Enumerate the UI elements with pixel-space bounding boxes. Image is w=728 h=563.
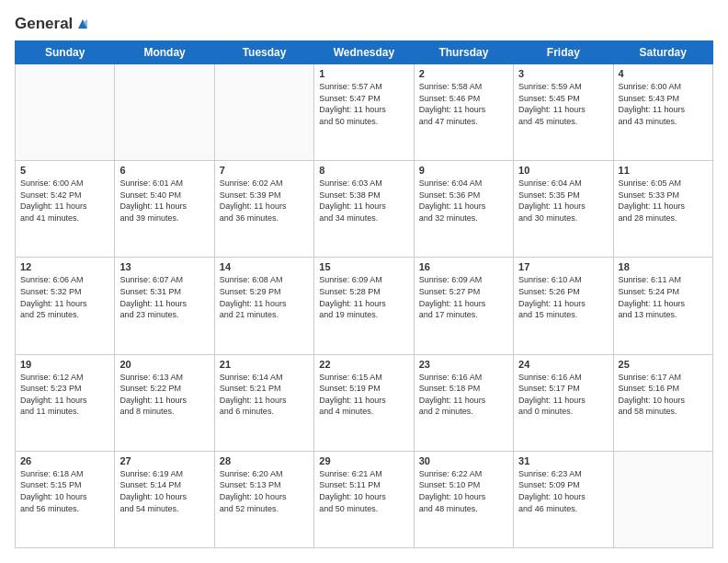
day-info: Sunrise: 6:21 AM Sunset: 5:11 PM Dayligh… [319,468,408,514]
calendar-cell [214,64,313,161]
calendar-table: SundayMondayTuesdayWednesdayThursdayFrid… [15,40,713,548]
weekday-monday: Monday [115,41,214,64]
week-row-1: 5Sunrise: 6:00 AM Sunset: 5:42 PM Daylig… [16,161,713,258]
day-info: Sunrise: 6:10 AM Sunset: 5:26 PM Dayligh… [518,274,608,320]
day-info: Sunrise: 6:00 AM Sunset: 5:42 PM Dayligh… [20,178,109,224]
weekday-header-row: SundayMondayTuesdayWednesdayThursdayFrid… [16,41,713,64]
calendar-cell: 9Sunrise: 6:04 AM Sunset: 5:36 PM Daylig… [414,161,513,258]
calendar-cell: 10Sunrise: 6:04 AM Sunset: 5:35 PM Dayli… [514,161,613,258]
day-number: 31 [518,455,608,466]
day-info: Sunrise: 6:14 AM Sunset: 5:21 PM Dayligh… [220,372,309,418]
calendar-cell: 2Sunrise: 5:58 AM Sunset: 5:46 PM Daylig… [414,64,513,161]
day-number: 11 [619,165,708,176]
header: General [15,15,713,31]
day-number: 29 [319,455,408,466]
weekday-sunday: Sunday [16,41,115,64]
day-info: Sunrise: 5:59 AM Sunset: 5:45 PM Dayligh… [518,81,608,127]
calendar-cell [613,451,712,547]
calendar-cell: 29Sunrise: 6:21 AM Sunset: 5:11 PM Dayli… [314,451,414,547]
day-info: Sunrise: 5:58 AM Sunset: 5:46 PM Dayligh… [419,81,508,127]
weekday-wednesday: Wednesday [314,41,414,64]
day-info: Sunrise: 6:02 AM Sunset: 5:39 PM Dayligh… [220,178,309,224]
day-info: Sunrise: 6:16 AM Sunset: 5:17 PM Dayligh… [518,372,608,418]
day-number: 2 [419,68,508,79]
day-number: 21 [220,359,309,370]
calendar-cell: 22Sunrise: 6:15 AM Sunset: 5:19 PM Dayli… [314,354,414,451]
day-number: 18 [619,261,708,272]
calendar-cell: 16Sunrise: 6:09 AM Sunset: 5:27 PM Dayli… [414,258,513,354]
week-row-3: 19Sunrise: 6:12 AM Sunset: 5:23 PM Dayli… [16,354,713,451]
day-number: 20 [119,359,209,370]
calendar-cell: 20Sunrise: 6:13 AM Sunset: 5:22 PM Dayli… [115,354,214,451]
day-number: 24 [518,359,608,370]
day-info: Sunrise: 6:20 AM Sunset: 5:13 PM Dayligh… [220,468,309,514]
day-number: 6 [119,165,209,176]
calendar-cell: 24Sunrise: 6:16 AM Sunset: 5:17 PM Dayli… [514,354,613,451]
day-number: 5 [20,165,109,176]
day-number: 17 [518,261,608,272]
day-info: Sunrise: 6:15 AM Sunset: 5:19 PM Dayligh… [319,372,408,418]
day-number: 16 [419,261,508,272]
day-number: 13 [119,261,209,272]
day-info: Sunrise: 6:17 AM Sunset: 5:16 PM Dayligh… [619,372,708,418]
day-number: 30 [419,455,508,466]
day-number: 4 [619,68,708,79]
calendar-cell: 28Sunrise: 6:20 AM Sunset: 5:13 PM Dayli… [214,451,313,547]
day-number: 14 [220,261,309,272]
day-info: Sunrise: 6:18 AM Sunset: 5:15 PM Dayligh… [20,468,109,514]
day-info: Sunrise: 6:23 AM Sunset: 5:09 PM Dayligh… [518,468,608,514]
day-info: Sunrise: 6:04 AM Sunset: 5:35 PM Dayligh… [518,178,608,224]
day-number: 3 [518,68,608,79]
logo-general: General [15,15,73,33]
day-info: Sunrise: 6:22 AM Sunset: 5:10 PM Dayligh… [419,468,508,514]
day-number: 10 [518,165,608,176]
day-number: 19 [20,359,109,370]
calendar-cell [16,64,115,161]
day-number: 26 [20,455,109,466]
day-info: Sunrise: 6:16 AM Sunset: 5:18 PM Dayligh… [419,372,508,418]
calendar-cell: 19Sunrise: 6:12 AM Sunset: 5:23 PM Dayli… [16,354,115,451]
day-info: Sunrise: 6:11 AM Sunset: 5:24 PM Dayligh… [619,274,708,320]
day-info: Sunrise: 6:08 AM Sunset: 5:29 PM Dayligh… [220,274,309,320]
calendar-cell: 5Sunrise: 6:00 AM Sunset: 5:42 PM Daylig… [16,161,115,258]
day-number: 28 [220,455,309,466]
calendar-cell: 3Sunrise: 5:59 AM Sunset: 5:45 PM Daylig… [514,64,613,161]
day-info: Sunrise: 6:03 AM Sunset: 5:38 PM Dayligh… [319,178,408,224]
weekday-tuesday: Tuesday [214,41,313,64]
calendar-cell: 11Sunrise: 6:05 AM Sunset: 5:33 PM Dayli… [613,161,712,258]
calendar-cell: 8Sunrise: 6:03 AM Sunset: 5:38 PM Daylig… [314,161,414,258]
calendar-cell: 27Sunrise: 6:19 AM Sunset: 5:14 PM Dayli… [115,451,214,547]
weekday-saturday: Saturday [613,41,712,64]
day-number: 12 [20,261,109,272]
calendar-cell: 31Sunrise: 6:23 AM Sunset: 5:09 PM Dayli… [514,451,613,547]
weekday-thursday: Thursday [414,41,513,64]
day-info: Sunrise: 6:12 AM Sunset: 5:23 PM Dayligh… [20,372,109,418]
calendar-cell: 1Sunrise: 5:57 AM Sunset: 5:47 PM Daylig… [314,64,414,161]
calendar-cell: 25Sunrise: 6:17 AM Sunset: 5:16 PM Dayli… [613,354,712,451]
week-row-4: 26Sunrise: 6:18 AM Sunset: 5:15 PM Dayli… [16,451,713,547]
day-info: Sunrise: 6:19 AM Sunset: 5:14 PM Dayligh… [119,468,209,514]
day-info: Sunrise: 6:01 AM Sunset: 5:40 PM Dayligh… [119,178,209,224]
day-info: Sunrise: 6:09 AM Sunset: 5:27 PM Dayligh… [419,274,508,320]
calendar-cell: 13Sunrise: 6:07 AM Sunset: 5:31 PM Dayli… [115,258,214,354]
logo-icon [74,16,91,32]
day-number: 15 [319,261,408,272]
calendar-cell: 17Sunrise: 6:10 AM Sunset: 5:26 PM Dayli… [514,258,613,354]
week-row-2: 12Sunrise: 6:06 AM Sunset: 5:32 PM Dayli… [16,258,713,354]
calendar-cell: 6Sunrise: 6:01 AM Sunset: 5:40 PM Daylig… [115,161,214,258]
calendar-cell: 30Sunrise: 6:22 AM Sunset: 5:10 PM Dayli… [414,451,513,547]
day-number: 23 [419,359,508,370]
day-number: 8 [319,165,408,176]
day-info: Sunrise: 6:05 AM Sunset: 5:33 PM Dayligh… [619,178,708,224]
day-info: Sunrise: 6:07 AM Sunset: 5:31 PM Dayligh… [119,274,209,320]
day-info: Sunrise: 6:09 AM Sunset: 5:28 PM Dayligh… [319,274,408,320]
day-info: Sunrise: 5:57 AM Sunset: 5:47 PM Dayligh… [319,81,408,127]
day-number: 25 [619,359,708,370]
day-number: 22 [319,359,408,370]
calendar-cell: 12Sunrise: 6:06 AM Sunset: 5:32 PM Dayli… [16,258,115,354]
day-info: Sunrise: 6:04 AM Sunset: 5:36 PM Dayligh… [419,178,508,224]
day-number: 1 [319,68,408,79]
week-row-0: 1Sunrise: 5:57 AM Sunset: 5:47 PM Daylig… [16,64,713,161]
calendar-cell: 21Sunrise: 6:14 AM Sunset: 5:21 PM Dayli… [214,354,313,451]
logo: General [15,15,91,31]
